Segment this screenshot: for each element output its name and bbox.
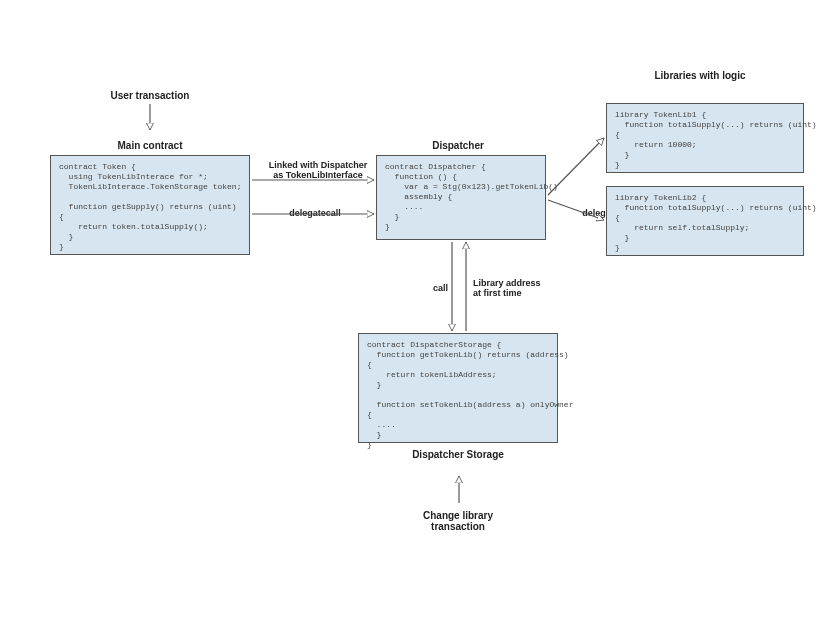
linked-with-label: Linked with Dispatcher as TokenLibInterf… xyxy=(258,160,378,180)
library2-box: library TokenLib2 { function totalSupply… xyxy=(606,186,804,256)
dispatcher-storage-title: Dispatcher Storage xyxy=(388,449,528,460)
user-transaction-title: User transaction xyxy=(90,90,210,101)
call-label: call xyxy=(418,283,448,293)
dispatcher-title: Dispatcher xyxy=(408,140,508,151)
library1-box: library TokenLib1 { function totalSupply… xyxy=(606,103,804,173)
delegatecall1-label: delegatecall xyxy=(265,208,365,218)
dispatcher-box: contract Dispatcher { function () { var … xyxy=(376,155,546,240)
main-contract-box: contract Token { using TokenLibInterace … xyxy=(50,155,250,255)
main-contract-title: Main contract xyxy=(95,140,205,151)
change-library-title: Change library transaction xyxy=(388,510,528,532)
libraries-title: Libraries with logic xyxy=(620,70,780,81)
lib-addr-label: Library address at first time xyxy=(473,278,563,298)
dispatcher-storage-box: contract DispatcherStorage { function ge… xyxy=(358,333,558,443)
